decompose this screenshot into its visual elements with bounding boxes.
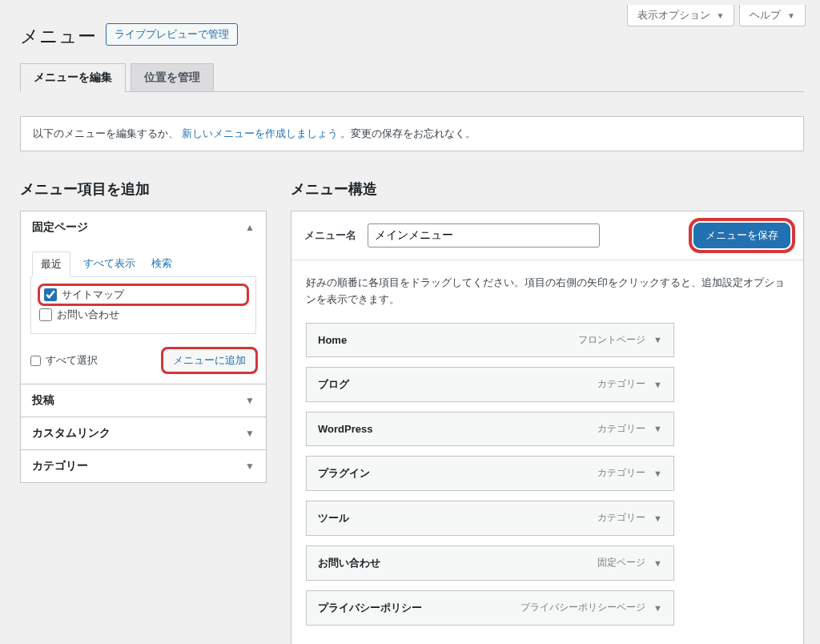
select-all-label: すべて選択 bbox=[46, 353, 98, 368]
chevron-down-icon[interactable]: ▼ bbox=[653, 513, 662, 523]
menu-item[interactable]: プラグイン カテゴリー▼ bbox=[306, 456, 674, 491]
accordion-posts-title: 投稿 bbox=[32, 393, 54, 408]
screen-options-label: 表示オプション bbox=[637, 9, 710, 21]
page-label-sitemap: サイトマップ bbox=[62, 288, 124, 302]
screen-meta: 表示オプション ▼ ヘルプ ▼ bbox=[627, 5, 806, 26]
tab-edit-menus[interactable]: メニューを編集 bbox=[20, 63, 126, 92]
menu-item[interactable]: Home フロントページ▼ bbox=[306, 323, 674, 357]
inner-tab-all[interactable]: すべて表示 bbox=[80, 252, 139, 277]
menu-item-type: カテゴリー bbox=[597, 422, 645, 436]
menu-item-label: プラグイン bbox=[318, 466, 370, 481]
chevron-down-icon[interactable]: ▼ bbox=[653, 335, 662, 344]
page-checkbox-sitemap[interactable] bbox=[44, 288, 57, 301]
chevron-down-icon[interactable]: ▼ bbox=[653, 603, 662, 613]
screen-options-button[interactable]: 表示オプション ▼ bbox=[627, 5, 735, 26]
chevron-down-icon[interactable]: ▼ bbox=[653, 469, 662, 478]
page-title: メニュー bbox=[20, 24, 96, 49]
pages-checklist: サイトマップ お問い合わせ bbox=[30, 277, 256, 334]
menu-name-input[interactable] bbox=[368, 223, 600, 248]
notice-prefix: 以下のメニューを編集するか、 bbox=[33, 127, 179, 139]
menu-structure-heading: メニュー構造 bbox=[291, 179, 804, 199]
menu-item-type: カテゴリー bbox=[597, 377, 645, 391]
add-items-heading: メニュー項目を追加 bbox=[20, 179, 267, 199]
select-all-row[interactable]: すべて選択 bbox=[30, 353, 98, 368]
inner-tab-search[interactable]: 検索 bbox=[148, 252, 175, 277]
menu-item-label: プライバシーポリシー bbox=[318, 601, 422, 615]
menu-item-label: お問い合わせ bbox=[318, 556, 380, 570]
add-items-accordion: 固定ページ ▲ 最近 すべて表示 検索 サイトマップ bbox=[20, 211, 267, 483]
accordion-custom-link-header[interactable]: カスタムリンク ▼ bbox=[21, 417, 266, 449]
drag-instructions: 好みの順番に各項目をドラッグしてください。項目の右側の矢印をクリックすると、追加… bbox=[306, 275, 789, 308]
chevron-down-icon[interactable]: ▼ bbox=[653, 424, 662, 433]
menu-item-label: ブログ bbox=[318, 377, 349, 392]
menu-item[interactable]: WordPress カテゴリー▼ bbox=[306, 412, 674, 446]
menu-item-type: プライバシーポリシーページ bbox=[521, 601, 645, 614]
chevron-down-icon: ▼ bbox=[245, 461, 255, 472]
menu-item-type: カテゴリー bbox=[597, 466, 645, 480]
accordion-custom-link-title: カスタムリンク bbox=[32, 426, 111, 441]
chevron-down-icon: ▼ bbox=[245, 395, 255, 406]
menu-panel-header: メニュー名 メニューを保存 bbox=[291, 211, 803, 260]
chevron-down-icon[interactable]: ▼ bbox=[653, 558, 662, 568]
menu-name-label: メニュー名 bbox=[304, 228, 356, 243]
notice-suffix: 。変更の保存をお忘れなく。 bbox=[340, 127, 476, 139]
create-new-menu-link[interactable]: 新しいメニューを作成しましょう bbox=[182, 127, 338, 139]
chevron-down-icon: ▼ bbox=[245, 428, 255, 439]
page-checkbox-contact[interactable] bbox=[39, 308, 52, 321]
menu-items-list: Home フロントページ▼ ブログ カテゴリー▼ WordPress カテゴリー… bbox=[306, 323, 674, 626]
help-label: ヘルプ bbox=[750, 9, 781, 21]
page-label-contact: お問い合わせ bbox=[57, 308, 119, 322]
inner-tab-recent[interactable]: 最近 bbox=[32, 252, 70, 277]
page-option-sitemap[interactable]: サイトマップ bbox=[39, 285, 247, 304]
menu-item[interactable]: プライバシーポリシー プライバシーポリシーページ▼ bbox=[306, 590, 674, 626]
accordion-pages-title: 固定ページ bbox=[32, 220, 88, 235]
tab-manage-locations[interactable]: 位置を管理 bbox=[131, 63, 214, 91]
menu-item[interactable]: お問い合わせ 固定ページ▼ bbox=[306, 545, 674, 581]
chevron-down-icon: ▼ bbox=[717, 11, 725, 20]
save-menu-button[interactable]: メニューを保存 bbox=[693, 223, 790, 248]
chevron-up-icon: ▲ bbox=[245, 222, 255, 233]
menu-item[interactable]: ツール カテゴリー▼ bbox=[306, 501, 674, 536]
accordion-posts-header[interactable]: 投稿 ▼ bbox=[21, 384, 266, 417]
edit-notice: 以下のメニューを編集するか、 新しいメニューを作成しましょう 。変更の保存をお忘… bbox=[20, 116, 804, 151]
pages-inner-tabs: 最近 すべて表示 検索 bbox=[30, 252, 256, 277]
help-button[interactable]: ヘルプ ▼ bbox=[739, 5, 806, 26]
select-all-checkbox[interactable] bbox=[30, 356, 41, 366]
menu-item-label: WordPress bbox=[318, 423, 372, 435]
add-to-menu-button[interactable]: メニューに追加 bbox=[163, 348, 256, 372]
menu-item-label: ツール bbox=[318, 511, 349, 525]
accordion-pages-header[interactable]: 固定ページ ▲ bbox=[21, 211, 266, 244]
accordion-categories-title: カテゴリー bbox=[32, 459, 88, 473]
page-option-contact[interactable]: お問い合わせ bbox=[39, 304, 247, 325]
accordion-categories-header[interactable]: カテゴリー ▼ bbox=[21, 450, 266, 482]
menu-item-label: Home bbox=[318, 334, 347, 346]
menu-panel: メニュー名 メニューを保存 好みの順番に各項目をドラッグしてください。項目の右側… bbox=[291, 211, 804, 644]
menu-item-type: 固定ページ bbox=[597, 556, 645, 570]
menu-item-type: フロントページ bbox=[578, 333, 645, 347]
menu-item-type: カテゴリー bbox=[597, 511, 645, 525]
menu-item[interactable]: ブログ カテゴリー▼ bbox=[306, 367, 674, 402]
nav-tabs: メニューを編集 位置を管理 bbox=[20, 63, 804, 92]
chevron-down-icon: ▼ bbox=[787, 11, 795, 20]
live-preview-button[interactable]: ライブプレビューで管理 bbox=[106, 23, 238, 46]
chevron-down-icon[interactable]: ▼ bbox=[653, 380, 662, 389]
